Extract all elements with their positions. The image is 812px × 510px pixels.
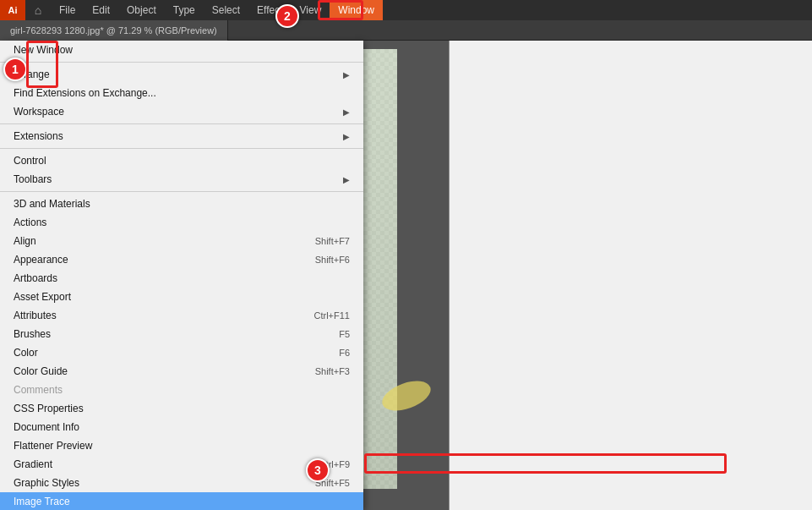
menu-edit[interactable]: Edit	[84, 0, 118, 20]
menu-comments: Comments	[0, 381, 363, 399]
annotation-2: 2	[275, 4, 299, 28]
menu-window[interactable]: Window	[330, 0, 383, 20]
menu-artboards[interactable]: Artboards	[0, 269, 363, 288]
window-menu-panel: New Window Arrange ▶ Find Extensions on …	[449, 41, 812, 510]
window-dropdown: New Window Arrange ▶ Find Extensions on …	[0, 41, 363, 510]
menu-type[interactable]: Type	[165, 0, 204, 20]
menu-file[interactable]: File	[51, 0, 84, 20]
arrow-arrange: ▶	[343, 70, 350, 80]
menu-attributes[interactable]: Attributes Ctrl+F11	[0, 306, 363, 325]
menu-brushes[interactable]: Brushes F5	[0, 325, 363, 343]
tab-bar: girl-7628293 1280.jpg* @ 71.29 % (RGB/Pr…	[0, 20, 812, 41]
menu-color[interactable]: Color F6	[0, 343, 363, 362]
menu-bar: Ai ⌂ File Edit Object Type Select Effect…	[0, 0, 812, 20]
menu-asset-export[interactable]: Asset Export	[0, 288, 363, 306]
menu-find-extensions[interactable]: Find Extensions on Exchange...	[0, 84, 363, 102]
arrow-extensions: ▶	[343, 132, 350, 141]
annotation-3: 3	[306, 458, 330, 482]
app-logo: Ai	[0, 0, 25, 20]
separator-2	[0, 123, 363, 124]
menu-css-properties[interactable]: CSS Properties	[0, 399, 363, 418]
menu-new-window[interactable]: New Window	[0, 41, 363, 59]
arrow-toolbars: ▶	[343, 175, 350, 184]
menu-toolbars[interactable]: Toolbars ▶	[0, 170, 363, 189]
menu-select[interactable]: Select	[204, 0, 248, 20]
document-tab[interactable]: girl-7628293 1280.jpg* @ 71.29 % (RGB/Pr…	[0, 20, 228, 41]
separator-4	[0, 191, 363, 192]
menu-arrange[interactable]: Arrange ▶	[0, 65, 363, 84]
menu-3d-materials[interactable]: 3D and Materials	[0, 195, 363, 213]
menu-appearance[interactable]: Appearance Shift+F6	[0, 250, 363, 269]
menu-workspace[interactable]: Workspace ▶	[0, 102, 363, 121]
menu-document-info[interactable]: Document Info	[0, 418, 363, 436]
menu-object[interactable]: Object	[118, 0, 165, 20]
separator-3	[0, 148, 363, 149]
menu-control[interactable]: Control	[0, 151, 363, 170]
annotation-1: 1	[3, 58, 27, 81]
menu-actions[interactable]: Actions	[0, 213, 363, 232]
menu-image-trace[interactable]: Image Trace	[0, 492, 363, 510]
separator-1	[0, 62, 363, 63]
menu-extensions[interactable]: Extensions ▶	[0, 127, 363, 145]
menu-color-guide[interactable]: Color Guide Shift+F3	[0, 362, 363, 381]
menu-flattener-preview[interactable]: Flattener Preview	[0, 436, 363, 455]
menu-align[interactable]: Align Shift+F7	[0, 232, 363, 250]
arrow-workspace: ▶	[343, 107, 350, 117]
home-button[interactable]: ⌂	[25, 0, 51, 20]
main-area: ✒ T / ▭ 🖌 ✏ ↻ ↔ ⌃ ⤡ 💧	[0, 41, 812, 510]
